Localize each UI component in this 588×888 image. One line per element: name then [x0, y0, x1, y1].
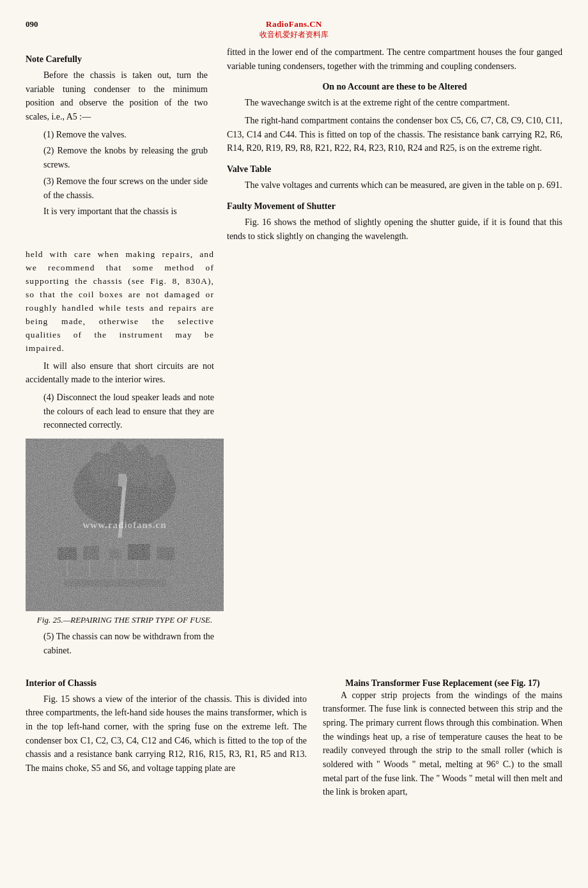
page: RadioFans.CN 收音机爱好者资料库 090 Note Carefull… [0, 0, 588, 888]
page-header: RadioFans.CN 收音机爱好者资料库 [26, 19, 562, 40]
mixed-left: held with care when making repairs, and … [26, 247, 214, 660]
mixed-right [214, 247, 562, 660]
page-number: 090 [26, 19, 38, 29]
bottom-section: Interior of Chassis Fig. 15 shows a view… [26, 669, 562, 804]
valve-table-heading: Valve Table [227, 164, 562, 175]
on-no-account-para1: The wavechange switch is at the extreme … [227, 96, 562, 110]
list-item-3: (3) Remove the four screws on the under … [43, 175, 208, 202]
mains-transformer-heading-part1: Mains Transformer Fuse Replacement (see … [323, 678, 562, 689]
list-item-4: It is very important that the chassis is [43, 205, 208, 219]
list-item-6: (5) The chassis can now be withdrawn fro… [43, 630, 214, 657]
figure-image: www.radiofans.cn [26, 439, 224, 611]
mains-heading-row: Mains Transformer Fuse Replacement (see … [323, 678, 562, 689]
faulty-movement-para1: Fig. 16 shows the method of slightly ope… [227, 215, 562, 243]
note-para2: It will also ensure that short circuits … [26, 359, 214, 387]
note-carefully-heading: Note Carefully [26, 54, 208, 65]
figure-svg [26, 439, 224, 611]
list-item-1: (1) Remove the valves. [43, 128, 208, 142]
figure-caption: Fig. 25.—REPAIRING THE STRIP TYPE OF FUS… [26, 614, 224, 626]
mixed-section: held with care when making repairs, and … [26, 247, 562, 660]
interior-chassis-heading: Interior of Chassis [26, 678, 307, 689]
on-no-account-para2: The right-hand compartment contains the … [227, 114, 562, 155]
spaced-text: held with care when making repairs, and … [26, 248, 214, 355]
top-content: Note Carefully Before the chassis is tak… [26, 45, 562, 247]
right-column-top: fitted in the lower end of the compartme… [217, 45, 562, 247]
interior-chassis-section: Interior of Chassis Fig. 15 shows a view… [26, 669, 316, 804]
list-item-5: (4) Disconnect the loud speaker leads an… [43, 391, 214, 432]
fig-caption-text: REPAIRING THE STRIP TYPE OF FUSE. [70, 615, 212, 625]
mains-transformer-para1: A copper strip projects from the winding… [323, 689, 562, 800]
on-no-account-heading: On no Account are these to be Altered [227, 82, 562, 92]
valve-table-para1: The valve voltages and currents which ca… [227, 178, 562, 192]
list-item-2: (2) Remove the knobs by releasing the gr… [43, 144, 208, 171]
site-name: RadioFans.CN [26, 19, 562, 29]
svg-rect-22 [26, 439, 224, 611]
left-column: Note Carefully Before the chassis is tak… [26, 45, 217, 247]
right-top-para1: fitted in the lower end of the compartme… [227, 45, 562, 73]
fig-caption-italic: Fig. 25.— [37, 615, 70, 625]
faulty-movement-heading: Faulty Movement of Shutter [227, 201, 562, 212]
mains-transformer-section: Mains Transformer Fuse Replacement (see … [316, 669, 562, 804]
figure-block: www.radiofans.cn Fig. 25.—REPAIRING THE … [26, 439, 224, 626]
site-tagline: 收音机爱好者资料库 [26, 29, 562, 40]
interior-chassis-para1: Fig. 15 shows a view of the interior of … [26, 692, 307, 775]
note-para1: Before the chassis is taken out, turn th… [26, 68, 208, 124]
